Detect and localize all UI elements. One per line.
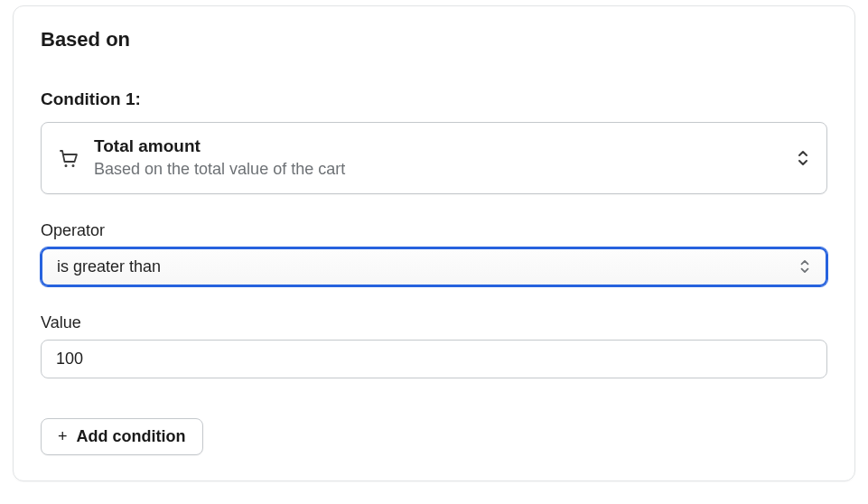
chevron-up-down-icon	[798, 258, 811, 275]
operator-value: is greater than	[57, 257, 161, 276]
add-condition-button[interactable]: + Add condition	[41, 418, 203, 455]
condition-type-content: Total amount Based on the total value of…	[94, 135, 796, 181]
chevron-up-down-icon	[796, 149, 810, 167]
value-label: Value	[41, 313, 827, 332]
operator-label: Operator	[41, 221, 827, 240]
condition-type-title: Total amount	[94, 135, 796, 158]
condition-type-description: Based on the total value of the cart	[94, 158, 796, 181]
add-condition-label: Add condition	[77, 427, 186, 446]
condition-number-label: Condition 1:	[41, 89, 827, 109]
svg-point-0	[65, 165, 66, 166]
card-title: Based on	[41, 28, 827, 51]
svg-point-1	[72, 165, 73, 166]
operator-select[interactable]: is greater than	[41, 247, 827, 286]
value-input[interactable]	[41, 340, 827, 378]
condition-type-selector[interactable]: Total amount Based on the total value of…	[41, 122, 827, 194]
condition-card: Based on Condition 1: Total amount Based…	[13, 5, 855, 481]
plus-icon: +	[58, 428, 68, 444]
cart-icon	[58, 147, 79, 169]
